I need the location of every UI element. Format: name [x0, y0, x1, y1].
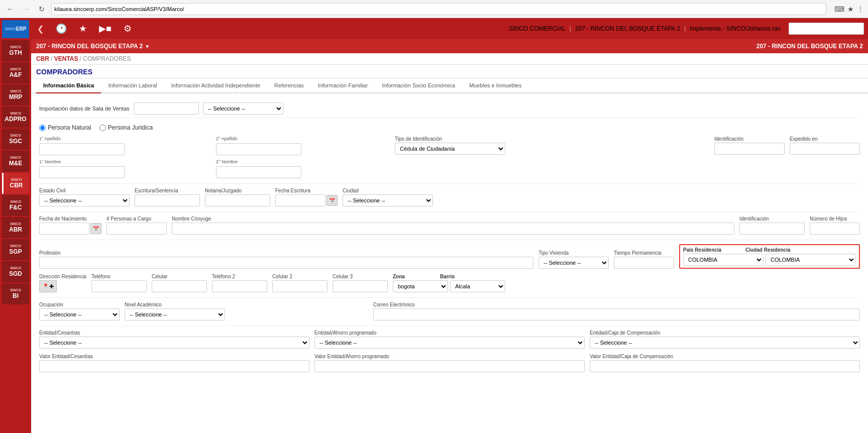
chevron-down-icon[interactable]: ▼ — [145, 44, 150, 49]
importacion-select[interactable]: -- Seleccione -- — [203, 102, 283, 115]
search-input[interactable] — [789, 23, 864, 35]
entidad-cesantias-select[interactable]: -- Seleccione -- — [39, 337, 309, 349]
pais-residencia-select[interactable]: COLOMBIA — [683, 254, 764, 266]
sidebar-item-mrp[interactable]: SINCO MRP — [2, 84, 29, 105]
nivel-academico-group: Nivel Académico -- Seleccione -- — [125, 302, 368, 320]
nombre2-input[interactable] — [216, 166, 301, 178]
valor-caja-label: Valor Entidad/Caja de Compensación — [590, 354, 860, 359]
numero-hijos-group: Número de Hijos — [810, 216, 860, 235]
expedido-label: Expedido en — [790, 136, 860, 142]
sidebar-item-abr[interactable]: SINCO ABR — [2, 217, 29, 238]
notaria-input[interactable] — [205, 194, 270, 206]
apellido2-input[interactable] — [216, 143, 301, 155]
celular2-input[interactable] — [272, 280, 328, 292]
sidebar-item-af[interactable]: SINCO A&F — [2, 62, 29, 83]
bookmark-button[interactable]: ★ — [847, 5, 854, 13]
tab-socioeconomica[interactable]: Información Socio Económica — [375, 78, 462, 93]
sidebar-toggle-button[interactable]: ❮ — [35, 22, 46, 36]
favorites-button[interactable]: ★ — [77, 21, 89, 36]
expedido-input[interactable] — [790, 143, 860, 155]
estado-civil-group: Estado Civil -- Seleccione -- — [39, 188, 130, 206]
breadcrumb: CBR / VENTAS / COMPRADORES — [31, 53, 868, 65]
tab-laboral[interactable]: Información Laboral — [101, 78, 164, 93]
tiempo-permanencia-input[interactable] — [614, 257, 674, 269]
persona-natural-radio[interactable]: Persona Natural — [39, 124, 91, 131]
fecha-nacimiento-calendar[interactable]: 📅 — [90, 223, 101, 234]
breadcrumb-ventas[interactable]: VENTAS — [54, 55, 78, 62]
ciudad-residencia-select[interactable]: COLOMBIA — [766, 254, 856, 266]
forward-button[interactable]: → — [20, 4, 32, 14]
sidebar-item-me[interactable]: SINCO M&E — [2, 151, 29, 172]
fecha-escritura-input[interactable] — [275, 194, 325, 206]
telefono-input[interactable] — [91, 280, 147, 292]
tipo-vivienda-select[interactable]: -- Seleccione -- — [538, 257, 609, 269]
valor-caja-input[interactable] — [590, 360, 860, 372]
project-name: 207 - RINCON DEL BOSQUE ETAPA 2 — [575, 25, 680, 32]
page-title: COMPRADORES — [31, 65, 868, 78]
direccion-label: Dirección Residencia — [39, 274, 86, 279]
tipo-id-select[interactable]: Cédula de Ciudadanía — [395, 143, 505, 155]
notaria-group: Notaria/Juzgado — [205, 188, 270, 206]
entidad-caja-label: Entidad/Caja de Compensación — [590, 330, 860, 336]
sidebar-item-cbr[interactable]: SINCO CBR — [2, 173, 29, 194]
entidad-ahorro-select[interactable]: -- Seleccione -- — [314, 337, 585, 349]
zona-select[interactable]: bogota — [393, 280, 448, 292]
correo-input[interactable] — [373, 308, 860, 320]
sidebar-item-adpro[interactable]: SINCO ADPRO — [2, 106, 29, 128]
escritura-input[interactable] — [135, 194, 200, 206]
valor-cesantias-input[interactable] — [39, 360, 309, 372]
fecha-nacimiento-input[interactable] — [39, 223, 89, 235]
refresh-button[interactable]: ▶■ — [97, 21, 114, 36]
fecha-nacimiento-label: Fecha de Nacimiento — [39, 216, 101, 222]
sidebar-item-label-me: M&E — [9, 160, 23, 168]
back-button[interactable]: ← — [4, 4, 16, 14]
ocupacion-select[interactable]: -- Seleccione -- — [39, 308, 120, 320]
address-bar[interactable] — [51, 3, 826, 15]
extensions-button[interactable]: ⌨ — [834, 5, 844, 13]
sidebar-item-sgd[interactable]: SINCO SGD — [2, 261, 29, 282]
identificacion2-input[interactable] — [739, 223, 805, 235]
celular-input[interactable] — [152, 280, 207, 292]
sidebar-item-bi[interactable]: SINCO BI — [2, 283, 29, 304]
persona-juridica-radio[interactable]: Persona Juridica — [99, 124, 153, 131]
apellido1-input[interactable] — [39, 143, 125, 155]
sidebar-item-gth[interactable]: SINCO GTH — [2, 40, 29, 61]
company-info: SINCO COMERCIAL | 207 - RINCON DEL BOSQU… — [509, 25, 781, 32]
profesion-input[interactable] — [39, 257, 533, 269]
nivel-academico-select[interactable]: -- Seleccione -- — [125, 308, 225, 320]
tab-independiente[interactable]: Información Actividad Independiente — [164, 78, 267, 93]
reload-button[interactable]: ↻ — [36, 4, 47, 14]
celular3-input[interactable] — [333, 280, 388, 292]
nivel-academico-label: Nivel Académico — [125, 302, 368, 307]
breadcrumb-cbr[interactable]: CBR — [36, 55, 49, 62]
numero-hijos-input[interactable] — [810, 223, 860, 235]
sidebar: SINCOERP SINCO GTH SINCO A&F SINCO MRP S… — [0, 18, 31, 433]
tab-familiar[interactable]: Información Familiar — [311, 78, 375, 93]
ciudad-select[interactable]: -- Seleccione -- — [343, 194, 433, 206]
nombre-conyuge-input[interactable] — [172, 223, 734, 235]
personas-cargo-input[interactable] — [106, 223, 167, 235]
valor-ahorro-group: Valor Entidad/Ahorro programado — [314, 354, 585, 372]
tab-referencias[interactable]: Referencias — [267, 78, 311, 93]
tab-muebles[interactable]: Muebles e Inmuebles — [462, 78, 529, 93]
valor-ahorro-input[interactable] — [314, 360, 585, 372]
entidad-caja-select[interactable]: -- Seleccione -- — [590, 337, 860, 349]
importacion-text[interactable] — [134, 102, 199, 115]
telefono2-input[interactable] — [212, 280, 267, 292]
fecha-escritura-calendar[interactable]: 📅 — [327, 195, 338, 206]
history-button[interactable]: 🕐 — [54, 21, 69, 36]
sidebar-item-sgp[interactable]: SINCO SGP — [2, 239, 29, 260]
app-logo[interactable]: SINCOERP — [2, 20, 29, 38]
estado-civil-select[interactable]: -- Seleccione -- — [39, 194, 130, 206]
fecha-escritura-label: Fecha Escritura — [275, 188, 338, 193]
identificacion-input[interactable] — [714, 143, 785, 155]
tab-basica[interactable]: Información Básica — [36, 78, 101, 93]
sidebar-item-fc[interactable]: SINCO F&C — [2, 195, 29, 216]
menu-button[interactable]: ⋮ — [857, 5, 864, 13]
sidebar-item-sgc[interactable]: SINCO SGC — [2, 129, 29, 150]
sidebar-item-label-adpro: ADPRO — [5, 116, 26, 124]
barrio-select[interactable]: Alcala — [450, 280, 505, 292]
settings-button[interactable]: ⚙ — [122, 21, 134, 36]
direccion-button[interactable]: 📍✚ — [39, 280, 57, 292]
nombre1-input[interactable] — [39, 166, 125, 178]
